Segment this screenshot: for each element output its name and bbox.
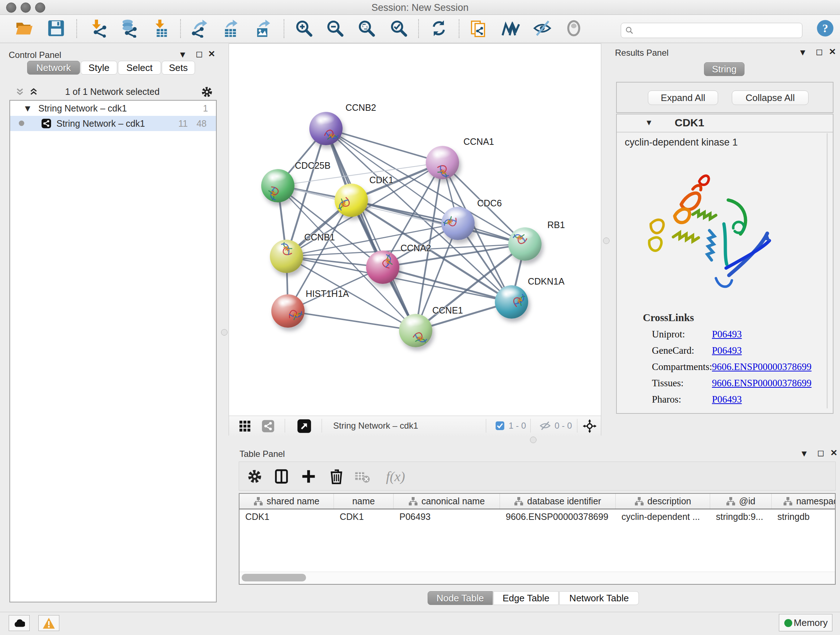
open-session-icon[interactable] (15, 19, 34, 38)
table-row[interactable]: CDK1CDK1P064939606.ENSP00000378699cyclin… (240, 509, 835, 524)
gear-icon[interactable] (246, 468, 263, 485)
zoom-in-icon[interactable] (294, 19, 313, 38)
network-node-CCNE1[interactable] (399, 314, 432, 347)
crosslink-link[interactable]: 9606.ENSP00000378699 (712, 361, 812, 372)
hide-selected-icon[interactable] (533, 19, 552, 38)
scrollbar-thumb[interactable] (242, 574, 306, 581)
crosslink-link[interactable]: P06493 (712, 329, 742, 340)
column-header-description[interactable]: description (616, 494, 710, 509)
column-header-shared-name[interactable]: shared name (240, 494, 334, 509)
cloud-status-button[interactable] (9, 615, 30, 631)
show-columns-icon[interactable] (273, 468, 290, 485)
zoom-out-icon[interactable] (325, 19, 344, 38)
network-node-HIST1H1A[interactable] (271, 295, 305, 328)
import-table-icon[interactable] (151, 19, 170, 38)
close-panel-icon[interactable]: ✕ (206, 49, 217, 59)
export-table-icon[interactable] (221, 19, 240, 38)
tree-column-icon (514, 497, 523, 506)
tab-node-table[interactable]: Node Table (428, 591, 493, 605)
right-splitter-handle[interactable] (603, 238, 609, 244)
network-row-selected[interactable]: String Network – cdk1 11 48 (10, 116, 216, 131)
function-builder-icon[interactable]: f(x) (386, 469, 405, 485)
network-view-mode-icon[interactable] (262, 420, 275, 432)
tab-network-table[interactable]: Network Table (559, 591, 639, 605)
refresh-icon[interactable] (429, 19, 448, 38)
maximize-panel-icon[interactable]: ◻ (815, 448, 826, 458)
float-panel-icon[interactable]: ▼ (177, 49, 188, 60)
results-scrollbar[interactable] (827, 133, 828, 409)
network-node-CDC25B[interactable] (261, 169, 294, 203)
left-splitter-handle[interactable] (221, 329, 227, 336)
zoom-fit-icon[interactable] (357, 19, 376, 38)
memory-button[interactable]: Memory (779, 614, 832, 631)
expand-all-button[interactable]: Expand All (648, 90, 718, 105)
show-all-icon[interactable] (564, 19, 583, 38)
duplicate-network-icon[interactable] (469, 19, 488, 38)
close-panel-icon[interactable]: ✕ (827, 46, 838, 57)
pan-crosshair-icon[interactable] (583, 419, 597, 433)
table-cell[interactable]: CDK1 (240, 509, 334, 524)
tab-sets[interactable]: Sets (162, 61, 195, 74)
table-cell[interactable]: stringdb:9... (710, 509, 772, 524)
tab-string[interactable]: String (704, 62, 745, 76)
collapse-arrow-icon[interactable]: ▼ (645, 118, 653, 127)
tab-network[interactable]: Network (27, 61, 80, 74)
crosslink-link[interactable]: 9606.ENSP00000378699 (712, 378, 812, 389)
add-column-icon[interactable] (300, 468, 317, 485)
table-cell[interactable]: CDK1 (334, 509, 393, 524)
export-network-icon[interactable] (190, 19, 209, 38)
network-node-CDC6[interactable] (441, 207, 475, 240)
table-cell[interactable]: stringdb (772, 509, 836, 524)
network-collection-row[interactable]: ▼ String Network – cdk1 1 (10, 101, 216, 116)
selected-checkbox-icon[interactable] (495, 421, 505, 431)
network-node-CCNB2[interactable] (309, 112, 343, 145)
crosslink-link[interactable]: P06493 (712, 394, 742, 405)
network-node-CCNB1[interactable] (270, 240, 303, 273)
close-panel-icon[interactable]: ✕ (829, 448, 839, 458)
float-panel-icon[interactable]: ▼ (797, 47, 808, 58)
column-header-canonical-name[interactable]: canonical name (393, 494, 500, 509)
float-panel-icon[interactable]: ▼ (799, 448, 810, 459)
open-in-window-icon[interactable] (297, 419, 311, 433)
gene-header[interactable]: ▼ CDK1 (617, 114, 833, 133)
warning-status-button[interactable] (38, 615, 59, 631)
tab-select[interactable]: Select (118, 61, 161, 74)
save-session-icon[interactable] (47, 19, 65, 38)
network-canvas[interactable]: CCNB2 CCNA1 CDC25B CDK1 CDC6 RB1 CCNB1 (229, 44, 601, 416)
search-field[interactable] (621, 23, 802, 38)
tree-column-icon (254, 497, 263, 506)
column-header--id[interactable]: @id (710, 494, 772, 509)
table-cell[interactable]: 9606.ENSP00000378699 (500, 509, 616, 524)
import-database-icon[interactable] (119, 19, 138, 38)
network-node-CCNA2[interactable] (366, 250, 399, 284)
column-header-name[interactable]: name (334, 494, 393, 509)
network-node-CCNA1[interactable] (426, 146, 459, 179)
hidden-eye-icon[interactable] (539, 421, 551, 431)
search-input[interactable] (637, 24, 798, 36)
grid-view-icon[interactable] (239, 420, 251, 432)
zoom-selected-icon[interactable] (389, 19, 408, 38)
delete-column-icon[interactable] (328, 468, 345, 485)
table-cell[interactable]: cyclin-dependent ... (616, 509, 710, 524)
tab-style[interactable]: Style (81, 61, 117, 74)
table-horizontal-scrollbar[interactable] (240, 572, 835, 584)
crosslink-link[interactable]: P06493 (712, 345, 742, 356)
horizontal-splitter-handle[interactable] (530, 437, 537, 443)
column-header-database-identifier[interactable]: database identifier (500, 494, 616, 509)
table-cell[interactable]: P06493 (393, 509, 500, 524)
network-node-RB1[interactable] (508, 227, 542, 261)
export-image-icon[interactable] (253, 19, 272, 38)
gear-icon[interactable] (201, 86, 213, 98)
maximize-panel-icon[interactable]: ◻ (194, 49, 205, 59)
help-icon[interactable]: ? (816, 19, 835, 38)
tab-edge-table[interactable]: Edge Table (493, 591, 559, 605)
delete-table-icon[interactable] (354, 468, 370, 485)
network-node-CDKN1A[interactable] (495, 285, 528, 318)
first-neighbors-icon[interactable] (501, 19, 520, 38)
collapse-arrow-icon[interactable]: ▼ (23, 101, 32, 116)
import-network-icon[interactable] (88, 19, 107, 38)
collapse-all-button[interactable]: Collapse All (732, 90, 808, 105)
column-header-namespace[interactable]: namespace (772, 494, 836, 509)
network-node-CDK1[interactable] (335, 184, 368, 217)
maximize-panel-icon[interactable]: ◻ (814, 46, 825, 57)
